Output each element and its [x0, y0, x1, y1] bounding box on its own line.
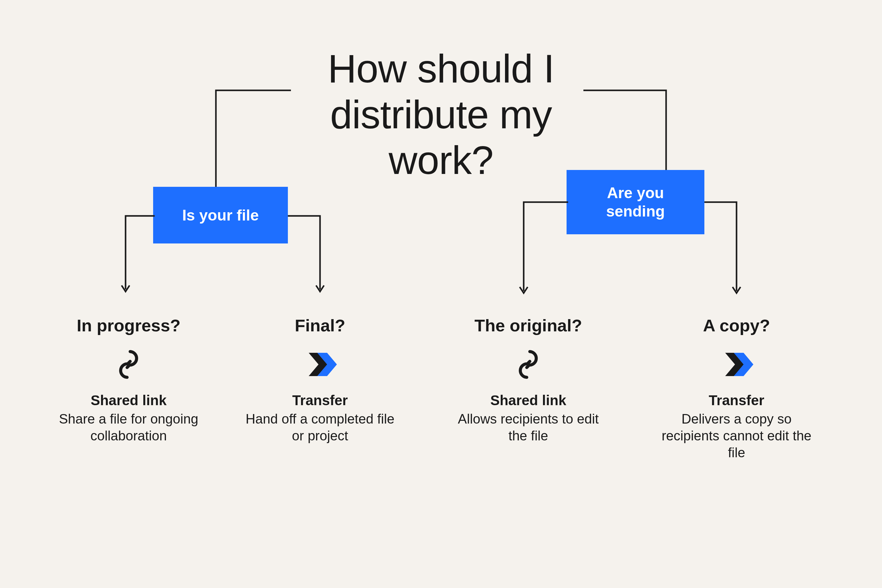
leaf-question: In progress? [52, 315, 205, 335]
diagram-canvas: How should Idistribute mywork? Is your f… [0, 0, 882, 588]
transfer-icon [660, 348, 813, 381]
diagram-title: How should Idistribute mywork? [328, 46, 554, 183]
decision-box-right-label: Are yousending [606, 184, 665, 220]
leaf-label: Shared link [452, 392, 605, 408]
connector-left-box-to-leaf0 [124, 214, 158, 294]
leaf-label: Transfer [243, 392, 397, 408]
leaf-label: Shared link [52, 392, 205, 408]
leaf-copy: A copy? Transfer Delivers a copy so reci… [660, 315, 813, 461]
leaf-desc: Delivers a copy so recipients cannot edi… [660, 410, 813, 461]
leaf-question: The original? [452, 315, 605, 335]
leaf-desc: Allows recipients to edit the file [452, 410, 605, 444]
leaf-in-progress: In progress? Shared link Share a file fo… [52, 315, 205, 444]
leaf-question: Final? [243, 315, 397, 335]
leaf-final: Final? Transfer Hand off a completed fil… [243, 315, 397, 444]
connector-right-box-to-leaf3 [703, 201, 740, 296]
leaf-question: A copy? [660, 315, 813, 335]
transfer-icon [243, 348, 397, 381]
decision-box-right: Are yousending [567, 170, 704, 234]
link-icon [452, 348, 605, 381]
decision-box-left-label: Is your file [182, 206, 259, 225]
leaf-original: The original? Shared link Allows recipie… [452, 315, 605, 444]
leaf-desc: Share a file for ongoing collaboration [52, 410, 205, 444]
leaf-desc: Hand off a completed file or project [243, 410, 397, 444]
connector-left-box-to-leaf1 [286, 214, 323, 294]
link-icon [52, 348, 205, 381]
decision-box-left: Is your file [153, 187, 288, 243]
connector-right-box-to-leaf2 [522, 201, 570, 296]
connector-title-right [582, 89, 668, 181]
leaf-label: Transfer [660, 392, 813, 408]
connector-title-left [214, 89, 294, 196]
